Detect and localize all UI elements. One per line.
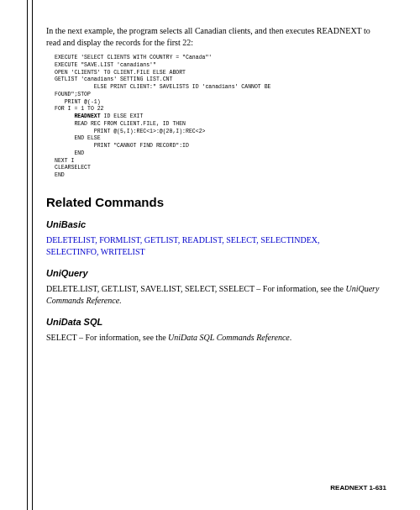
margin-rule-line	[27, 0, 28, 510]
unibasic-heading: UniBasic	[46, 219, 386, 229]
uniquery-suffix: .	[119, 296, 122, 305]
code-block: EXECUTE 'SELECT CLIENTS WITH COUNTRY = "…	[55, 55, 386, 180]
unidatasql-heading: UniData SQL	[46, 317, 386, 327]
unibasic-link[interactable]: SELECT	[226, 235, 256, 244]
unibasic-links: DELETELIST, FORMLIST, GETLIST, READLIST,…	[46, 234, 386, 258]
uniquery-heading: UniQuery	[46, 268, 386, 278]
unibasic-link[interactable]: READLIST	[182, 235, 223, 244]
uniquery-prefix: DELETE.LIST, GET.LIST, SAVE.LIST, SELECT…	[46, 284, 345, 293]
unibasic-link[interactable]: DELETELIST	[46, 235, 95, 244]
unidatasql-text: SELECT – For information, see the UniDat…	[46, 332, 386, 344]
document-page: In the next example, the program selects…	[0, 0, 420, 510]
unibasic-link[interactable]: WRITELIST	[101, 247, 145, 256]
page-footer: READNEXT 1-631	[330, 484, 386, 492]
unibasic-link[interactable]: FORMLIST	[99, 235, 140, 244]
intro-paragraph: In the next example, the program selects…	[46, 25, 386, 48]
uniquery-text: DELETE.LIST, GET.LIST, SAVE.LIST, SELECT…	[46, 283, 386, 307]
unidatasql-suffix: .	[290, 333, 292, 342]
unidatasql-prefix: SELECT – For information, see the	[46, 333, 168, 342]
related-commands-heading: Related Commands	[46, 195, 386, 209]
unidatasql-reference: UniData SQL Commands Reference	[168, 333, 290, 342]
unibasic-link[interactable]: SELECTINDEX	[260, 235, 318, 244]
unibasic-link[interactable]: GETLIST	[144, 235, 178, 244]
unibasic-link[interactable]: SELECTINFO	[46, 247, 97, 256]
margin-rule-line	[32, 0, 33, 510]
